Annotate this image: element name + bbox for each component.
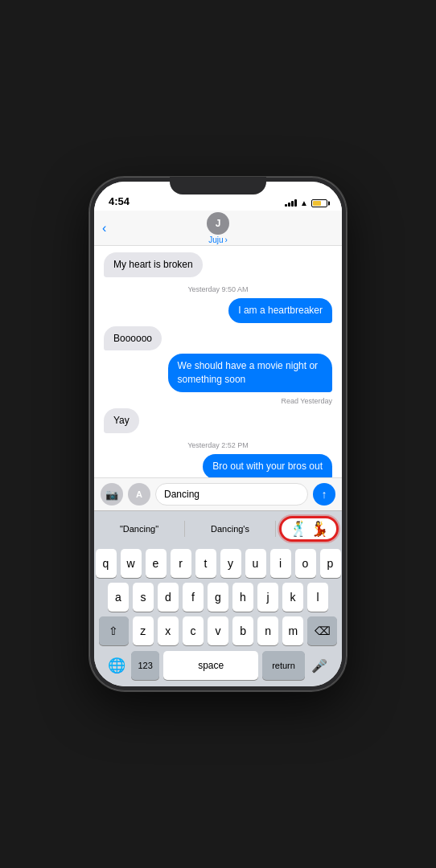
- key-c[interactable]: c: [183, 616, 204, 645]
- key-t[interactable]: t: [195, 549, 216, 578]
- message-text: Yay: [113, 415, 130, 426]
- mic-key[interactable]: 🎤: [305, 651, 334, 680]
- message-text: Bro out with your bros out: [212, 461, 323, 472]
- message-text: My heart is broken: [113, 259, 193, 270]
- camera-button[interactable]: 📷: [101, 483, 123, 506]
- avatar: J: [207, 212, 229, 235]
- autocomplete-bar: "Dancing" Dancing's 🕺 💃: [94, 510, 342, 547]
- received-bubble: Yay: [104, 408, 139, 433]
- received-bubble: Boooooo: [104, 326, 162, 351]
- contact-info[interactable]: J Juju ›: [207, 212, 229, 244]
- send-icon: ↑: [322, 488, 327, 501]
- camera-icon: 📷: [105, 489, 118, 501]
- globe-key[interactable]: 🌐: [102, 651, 131, 680]
- key-q[interactable]: q: [96, 549, 117, 578]
- message-text: We should have a movie night or somethin…: [178, 360, 319, 385]
- autocomplete-item-2[interactable]: Dancing's: [185, 521, 276, 537]
- message-row-9: Bro out with your bros out: [104, 454, 332, 477]
- message-text: I am a heartbreaker: [238, 305, 323, 316]
- messages-area: My heart is broken Yesterday 9:50 AM I a…: [94, 246, 342, 477]
- received-bubble: My heart is broken: [104, 252, 203, 277]
- key-s[interactable]: s: [133, 583, 154, 612]
- key-b[interactable]: b: [232, 616, 253, 645]
- signal-bars-icon: [285, 199, 297, 207]
- read-receipt: Read Yesterday: [104, 397, 332, 405]
- sent-bubble: We should have a movie night or somethin…: [168, 354, 332, 392]
- key-y[interactable]: y: [220, 549, 241, 578]
- key-v[interactable]: v: [208, 616, 228, 645]
- keyboard-row-1: q w e r t y u i o p: [94, 547, 342, 580]
- message-row-3: I am a heartbreaker: [104, 298, 332, 323]
- key-p[interactable]: p: [320, 549, 341, 578]
- key-j[interactable]: j: [257, 583, 278, 612]
- autocomplete-item-1[interactable]: "Dancing": [94, 521, 185, 537]
- key-h[interactable]: h: [232, 583, 253, 612]
- key-i[interactable]: i: [270, 549, 291, 578]
- contact-name: Juju ›: [208, 235, 228, 244]
- notch: [170, 177, 266, 194]
- keyboard-row-4: 🌐 123 space return 🎤: [94, 648, 342, 686]
- sent-bubble: I am a heartbreaker: [228, 298, 332, 323]
- emoji-suggestion-2[interactable]: 💃: [311, 520, 328, 538]
- key-z[interactable]: z: [133, 616, 154, 645]
- battery-icon: [311, 199, 327, 207]
- key-n[interactable]: n: [257, 616, 278, 645]
- space-key[interactable]: space: [163, 651, 258, 680]
- key-d[interactable]: d: [158, 583, 179, 612]
- app-store-button[interactable]: A: [128, 483, 150, 506]
- key-o[interactable]: o: [295, 549, 316, 578]
- key-u[interactable]: u: [245, 549, 266, 578]
- key-a[interactable]: a: [108, 583, 129, 612]
- message-row-7: Yay: [104, 408, 332, 433]
- chevron-right-icon: ›: [225, 235, 228, 244]
- keyboard-row-3: ⇧ z x c v b n m ⌫: [94, 614, 342, 648]
- phone-screen: 4:54 ▲ ‹ J Juju: [94, 182, 342, 686]
- message-row-5: We should have a movie night or somethin…: [104, 354, 332, 392]
- app-icon: A: [136, 489, 142, 499]
- send-button[interactable]: ↑: [313, 483, 335, 506]
- numbers-key[interactable]: 123: [131, 651, 159, 680]
- key-w[interactable]: w: [121, 549, 142, 578]
- input-area: 📷 A Dancing ↑: [94, 477, 342, 510]
- keyboard: q w e r t y u i o p a s d f g h j k: [94, 547, 342, 686]
- status-time: 4:54: [109, 195, 130, 207]
- keyboard-row-2: a s d f g h j k l: [94, 580, 342, 614]
- delete-key[interactable]: ⌫: [307, 616, 337, 645]
- phone-frame: 4:54 ▲ ‹ J Juju: [89, 177, 347, 691]
- shift-key[interactable]: ⇧: [99, 616, 129, 645]
- message-row-4: Boooooo: [104, 326, 332, 351]
- back-button[interactable]: ‹: [102, 221, 106, 235]
- nav-bar: ‹ J Juju ›: [94, 211, 342, 246]
- key-e[interactable]: e: [146, 549, 167, 578]
- return-key[interactable]: return: [262, 651, 305, 680]
- key-m[interactable]: m: [282, 616, 303, 645]
- wifi-icon: ▲: [300, 199, 308, 207]
- back-chevron-icon: ‹: [102, 221, 106, 235]
- emoji-suggestion-1[interactable]: 🕺: [290, 520, 307, 538]
- message-text: Boooooo: [113, 333, 152, 344]
- timestamp-1: Yesterday 9:50 AM: [104, 285, 332, 293]
- key-f[interactable]: f: [183, 583, 204, 612]
- sent-bubble: Bro out with your bros out: [203, 454, 332, 477]
- key-k[interactable]: k: [282, 583, 303, 612]
- message-row-1: My heart is broken: [104, 252, 332, 277]
- key-g[interactable]: g: [208, 583, 228, 612]
- key-r[interactable]: r: [171, 549, 191, 578]
- key-l[interactable]: l: [307, 583, 328, 612]
- message-input[interactable]: Dancing: [155, 483, 308, 506]
- key-x[interactable]: x: [158, 616, 179, 645]
- timestamp-2: Yesterday 2:52 PM: [104, 441, 332, 449]
- status-icons: ▲: [285, 199, 327, 207]
- emoji-suggestions[interactable]: 🕺 💃: [279, 516, 339, 542]
